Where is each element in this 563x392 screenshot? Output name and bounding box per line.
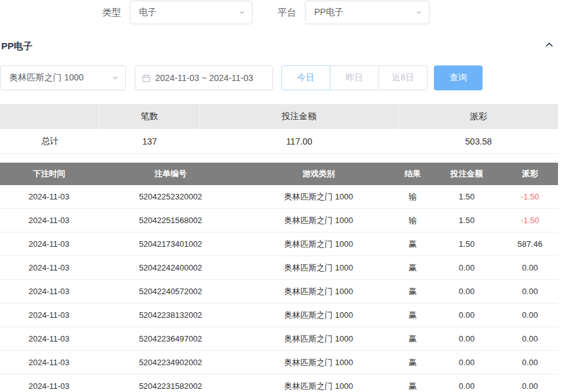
game-cell: 奥林匹斯之门 1000 (243, 209, 394, 232)
summary-header-row: 笔数 投注金额 派彩 (0, 104, 558, 129)
calendar-icon (142, 74, 151, 83)
table-row: 2024-11-03 52042238132002 奥林匹斯之门 1000 赢 … (0, 304, 558, 327)
date-range-picker[interactable]: 2024-11-03 ~ 2024-11-03 (135, 65, 273, 90)
type-label: 类型 (102, 7, 121, 19)
chevron-down-icon (112, 74, 119, 82)
table-row: 2024-11-03 52042173401002 奥林匹斯之门 1000 赢 … (0, 232, 558, 256)
payout-cell: 0.00 (502, 351, 558, 375)
bet-amount-cell: 0.00 (431, 256, 502, 280)
summary-total-label: 总计 (0, 129, 100, 154)
order-no-cell: 52042173401002 (98, 232, 243, 256)
query-bar: 奥林匹斯之门 1000 2024-11-03 ~ 2024-11-03 今日 昨… (0, 65, 563, 90)
bet-time-cell: 2024-11-03 (0, 209, 98, 232)
result-cell: 赢 (394, 327, 431, 351)
order-no-cell: 52042242400002 (98, 256, 243, 280)
records-header-result: 结果 (394, 163, 431, 185)
game-cell: 奥林匹斯之门 1000 (243, 256, 394, 280)
chevron-up-icon (544, 40, 554, 52)
bet-time-cell: 2024-11-03 (0, 256, 98, 280)
quick-range-group: 今日 昨日 近8日 (281, 65, 428, 90)
type-select[interactable]: 电子 (130, 1, 253, 24)
quick-range-yesterday-button[interactable]: 昨日 (330, 65, 379, 90)
payout-cell: -1.50 (502, 209, 558, 232)
payout-cell: 0.00 (502, 327, 558, 351)
top-filter-bar: 类型 电子 平台 PP电子 (0, 0, 563, 25)
game-select-value: 奥林匹斯之门 1000 (9, 72, 84, 84)
payout-cell: 0.00 (502, 375, 558, 392)
table-row: 2024-11-03 52042252320002 奥林匹斯之门 1000 输 … (0, 185, 558, 209)
search-button[interactable]: 查询 (434, 65, 483, 90)
bet-amount-cell: 1.50 (431, 232, 502, 256)
game-cell: 奥林匹斯之门 1000 (243, 304, 394, 327)
game-cell: 奥林匹斯之门 1000 (243, 232, 394, 256)
table-row: 2024-11-03 52042240572002 奥林匹斯之门 1000 赢 … (0, 280, 558, 304)
records-header-game: 游戏类别 (243, 163, 394, 185)
section-title: PP电子 (1, 41, 32, 52)
table-row: 2024-11-03 52042242400002 奥林匹斯之门 1000 赢 … (0, 256, 558, 280)
order-no-cell: 52042231582002 (98, 375, 243, 392)
records-header-row: 下注时间 注单编号 游戏类别 结果 投注金额 派彩 (0, 163, 558, 185)
section-header: PP电子 (0, 40, 563, 52)
summary-count-value: 137 (100, 129, 200, 154)
bet-amount-cell: 1.50 (431, 185, 502, 209)
game-cell: 奥林匹斯之门 1000 (243, 185, 394, 209)
payout-cell: 0.00 (502, 280, 558, 304)
payout-cell: 587.46 (502, 232, 558, 256)
summary-bet-amount-value: 117.00 (200, 129, 399, 154)
platform-select-value: PP电子 (314, 7, 344, 18)
records-header-bet-amount: 投注金额 (431, 163, 502, 185)
bet-amount-cell: 0.00 (431, 280, 502, 304)
records-table: 下注时间 注单编号 游戏类别 结果 投注金额 派彩 2024-11-03 520… (0, 163, 558, 392)
type-select-value: 电子 (139, 7, 156, 18)
table-row: 2024-11-03 52042251568002 奥林匹斯之门 1000 输 … (0, 209, 558, 232)
platform-select[interactable]: PP电子 (305, 1, 430, 24)
table-row: 2024-11-03 52042236497002 奥林匹斯之门 1000 赢 … (0, 327, 558, 351)
order-no-cell: 52042240572002 (98, 280, 243, 304)
bet-amount-cell: 0.00 (431, 351, 502, 375)
game-select[interactable]: 奥林匹斯之门 1000 (0, 65, 126, 90)
order-no-cell: 52042252320002 (98, 185, 243, 209)
records-table-body: 2024-11-03 52042252320002 奥林匹斯之门 1000 输 … (0, 185, 558, 392)
summary-payout-value: 503.58 (399, 129, 558, 154)
result-cell: 赢 (394, 304, 431, 327)
game-cell: 奥林匹斯之门 1000 (243, 280, 394, 304)
quick-range-last8days-button[interactable]: 近8日 (378, 65, 428, 90)
bet-amount-cell: 0.00 (431, 375, 502, 392)
payout-cell: -1.50 (502, 185, 558, 209)
summary-header-empty (0, 104, 100, 129)
bet-time-cell: 2024-11-03 (0, 327, 98, 351)
bet-time-cell: 2024-11-03 (0, 280, 98, 304)
result-cell: 赢 (394, 256, 431, 280)
result-cell: 赢 (394, 375, 431, 392)
collapse-section-button[interactable] (544, 40, 554, 52)
page: 类型 电子 平台 PP电子 PP电子 奥林匹斯之门 1000 (0, 0, 563, 392)
records-header-payout: 派彩 (502, 163, 558, 185)
records-header-time: 下注时间 (0, 163, 98, 185)
platform-label: 平台 (277, 7, 296, 19)
game-cell: 奥林匹斯之门 1000 (243, 351, 394, 375)
records-header-order-no: 注单编号 (98, 163, 243, 185)
bet-amount-cell: 0.00 (431, 304, 502, 327)
summary-header-count: 笔数 (100, 104, 200, 129)
result-cell: 输 (394, 185, 431, 209)
bet-amount-cell: 0.00 (431, 327, 502, 351)
bet-time-cell: 2024-11-03 (0, 375, 98, 392)
order-no-cell: 52042234902002 (98, 351, 243, 375)
bet-time-cell: 2024-11-03 (0, 232, 98, 256)
summary-table: 笔数 投注金额 派彩 总计 137 117.00 503.58 (0, 104, 558, 154)
chevron-down-icon (415, 9, 423, 16)
summary-header-payout: 派彩 (399, 104, 558, 129)
quick-range-today-button[interactable]: 今日 (281, 65, 330, 90)
bet-time-cell: 2024-11-03 (0, 185, 98, 209)
result-cell: 赢 (394, 280, 431, 304)
bet-time-cell: 2024-11-03 (0, 351, 98, 375)
date-range-value: 2024-11-03 ~ 2024-11-03 (155, 73, 253, 83)
order-no-cell: 52042238132002 (98, 304, 243, 327)
summary-total-row: 总计 137 117.00 503.58 (0, 129, 558, 154)
game-cell: 奥林匹斯之门 1000 (243, 327, 394, 351)
result-cell: 赢 (394, 232, 431, 256)
payout-cell: 0.00 (502, 304, 558, 327)
result-cell: 输 (394, 209, 431, 232)
table-row: 2024-11-03 52042231582002 奥林匹斯之门 1000 赢 … (0, 375, 558, 392)
result-cell: 赢 (394, 351, 431, 375)
